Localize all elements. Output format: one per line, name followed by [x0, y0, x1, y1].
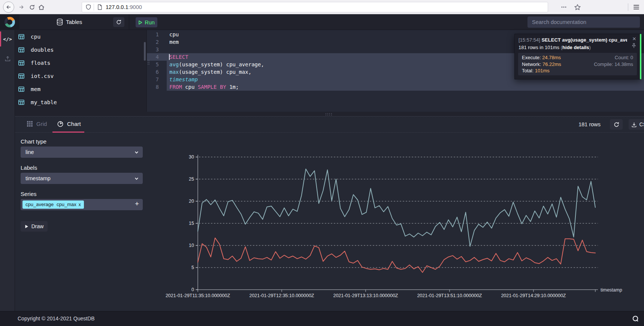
series-tag-label: cpu_max: [57, 202, 76, 207]
labels-select[interactable]: timestamp: [21, 173, 143, 184]
x-axis-name: timestamp: [601, 287, 622, 293]
shield-icon[interactable]: [85, 4, 91, 10]
ellipsis-icon: [560, 4, 567, 10]
line-number: 2: [147, 38, 167, 46]
csv-button-label: CSV: [640, 121, 644, 127]
upload-icon: [4, 55, 11, 62]
page-info-icon[interactable]: [97, 4, 103, 10]
draw-button-label: Draw: [31, 223, 44, 229]
results-tabbar: Grid Chart 181 rows: [15, 117, 644, 133]
editor-results-splitter-handle[interactable]: [326, 113, 334, 116]
back-button[interactable]: [3, 1, 14, 13]
paren-close: ): [589, 45, 591, 50]
home-button[interactable]: [36, 1, 47, 13]
back-arrow-icon: [5, 4, 12, 10]
active-tab-indicator: [52, 132, 84, 133]
run-play-icon: [138, 20, 142, 25]
notification-query-text: SELECT avg(usage_system) cpu_aver...: [541, 37, 627, 43]
series-input[interactable]: cpu_averagex cpu_maxx +: [21, 199, 143, 210]
chart-type-value: line: [25, 149, 34, 155]
table-row[interactable]: cpu: [15, 30, 146, 43]
notification-pin-button[interactable]: [632, 43, 636, 48]
url-bar[interactable]: 127.0.0.1:9000: [82, 2, 548, 12]
y-tick-label: 20: [189, 199, 194, 204]
x-tick-label: 2021-01-29T12:35:10.000000Z: [249, 293, 314, 298]
forward-button[interactable]: [16, 1, 27, 13]
refresh-results-button[interactable]: [610, 119, 623, 130]
code-text: FROM cpu SAMPLE BY 1m;: [169, 83, 239, 91]
count-stat: Count: 0: [615, 54, 633, 61]
chrome-divider: [628, 3, 628, 11]
series-tag-cpu-max[interactable]: cpu_maxx: [54, 200, 84, 209]
tab-chart-label: Chart: [67, 121, 81, 127]
line-chart: 0510152025302021-01-29T11:35:10.000000Z2…: [15, 117, 644, 311]
editor-line[interactable]: 8FROM cpu SAMPLE BY 1m;: [147, 83, 644, 91]
search-documentation-input[interactable]: [527, 16, 640, 28]
reload-icon: [29, 4, 35, 10]
hamburger-menu-button[interactable]: [634, 1, 639, 13]
chart-type-select[interactable]: line: [21, 147, 143, 158]
line-number: 3: [147, 46, 167, 53]
code-text: max(usage_system) cpu_max,: [169, 68, 251, 76]
query-result-notification: [15:57:54] SELECT avg(usage_system) cpu_…: [514, 34, 641, 79]
line-number: 4: [147, 53, 167, 61]
url-text: 127.0.0.1:9000: [106, 4, 142, 10]
table-name: my_table: [31, 99, 57, 105]
overflow-menu-button[interactable]: [560, 1, 567, 13]
execute-stat: Execute: 24.78ms: [522, 54, 561, 61]
tables-list: cpudoublesfloatsiot.csvmemmy_table: [15, 30, 147, 112]
sidebar-splitter-handle[interactable]: [148, 60, 151, 67]
refresh-icon: [613, 121, 620, 128]
left-rail: </>: [0, 30, 15, 311]
url-host: 127.0.0.1: [106, 4, 128, 10]
forward-arrow-icon: [18, 4, 25, 10]
table-icon: [18, 33, 25, 40]
app-header: Tables Run: [0, 14, 644, 30]
download-icon: [631, 122, 637, 127]
notification-close-button[interactable]: ×: [632, 36, 636, 42]
tables-panel-header: Tables: [19, 14, 129, 30]
pie-chart-icon: [57, 121, 63, 127]
code-text: mem: [169, 38, 179, 46]
questdb-footer-mark-icon: [632, 315, 639, 323]
y-tick-label: 5: [191, 265, 194, 270]
tab-chart[interactable]: Chart: [57, 121, 81, 127]
add-series-button[interactable]: +: [135, 200, 139, 208]
table-row[interactable]: floats: [15, 56, 146, 69]
questdb-logo[interactable]: [0, 14, 19, 30]
table-name: cpu: [31, 34, 40, 40]
refresh-tables-button[interactable]: [113, 17, 124, 27]
series-label: Series: [21, 191, 37, 197]
download-csv-button[interactable]: CSV: [629, 119, 644, 130]
table-row[interactable]: my_table: [15, 96, 146, 109]
import-tab[interactable]: [0, 50, 15, 67]
tab-grid-label: Grid: [36, 121, 47, 127]
code-text: avg(usage_system) cpu_average,: [169, 61, 264, 68]
bookmark-star-button[interactable]: [574, 1, 581, 13]
x-tick-label: 2021-01-29T13:13:10.000000Z: [333, 293, 398, 298]
grid-icon: [27, 121, 33, 127]
star-icon: [574, 4, 581, 11]
refresh-icon: [116, 19, 122, 25]
results-panel: Grid Chart 181 rows: [15, 116, 644, 311]
code-text: SELECT: [169, 53, 188, 61]
network-stat: Network: 76.22ms: [522, 61, 561, 68]
table-row[interactable]: doubles: [15, 43, 146, 56]
draw-button[interactable]: Draw: [21, 221, 48, 232]
tab-grid[interactable]: Grid: [27, 121, 47, 127]
table-row[interactable]: mem: [15, 82, 146, 96]
series-tag-label: cpu_average: [25, 202, 54, 207]
table-row[interactable]: iot.csv: [15, 69, 146, 82]
sidebar-scrollbar[interactable]: [144, 42, 146, 61]
table-name: iot.csv: [31, 73, 54, 79]
table-icon: [18, 99, 25, 106]
run-button-label: Run: [145, 19, 155, 25]
remove-series-icon[interactable]: x: [79, 202, 81, 207]
run-query-button[interactable]: Run: [136, 17, 157, 27]
hamburger-icon: [634, 4, 639, 10]
editor-caret: [169, 54, 170, 60]
table-icon: [18, 86, 25, 93]
sql-console-tab[interactable]: </>: [0, 31, 15, 47]
hide-details-link[interactable]: hide details: [562, 45, 589, 50]
compile-stat: Compile: 14.38ms: [594, 61, 633, 68]
